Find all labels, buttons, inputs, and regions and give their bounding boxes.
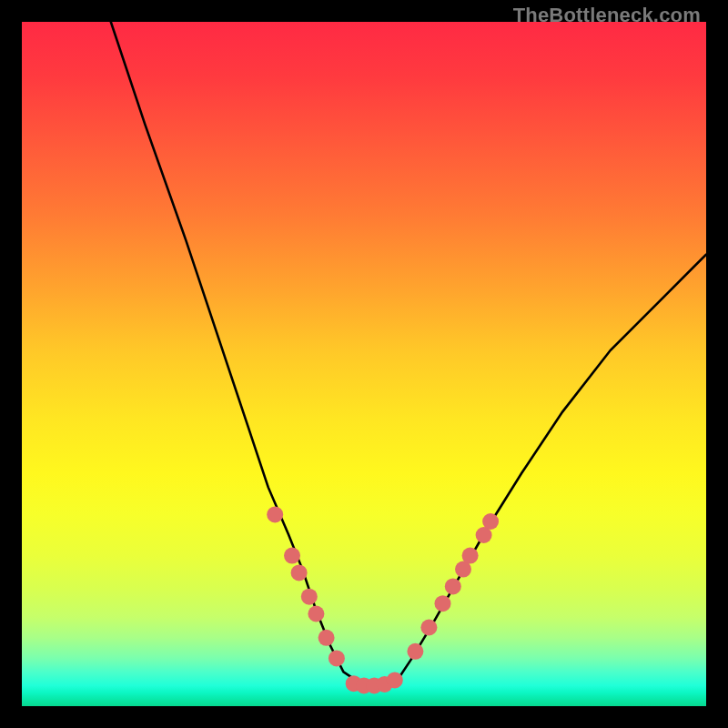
chart-svg [22, 22, 706, 706]
watermark-text: TheBottleneck.com [513, 4, 701, 27]
right-dot-6 [462, 548, 479, 564]
left-dot-7 [329, 650, 345, 666]
left-dot-6 [318, 630, 335, 646]
right-dot-8 [482, 513, 499, 530]
right-dot-4 [445, 578, 461, 594]
right-dot-3 [435, 595, 451, 612]
chart-plot-area [22, 22, 706, 706]
floor-dot-5 [387, 672, 403, 688]
left-dot-2 [284, 548, 300, 564]
left-dot-1 [267, 506, 283, 522]
right-dot-1 [407, 643, 423, 660]
marker-group [267, 506, 499, 693]
bottleneck-curve-path [111, 22, 706, 685]
left-dot-4 [301, 589, 318, 605]
right-dot-2 [420, 620, 437, 636]
chart-frame: TheBottleneck.com [0, 0, 728, 728]
left-dot-3 [291, 564, 308, 581]
left-dot-5 [308, 606, 324, 622]
